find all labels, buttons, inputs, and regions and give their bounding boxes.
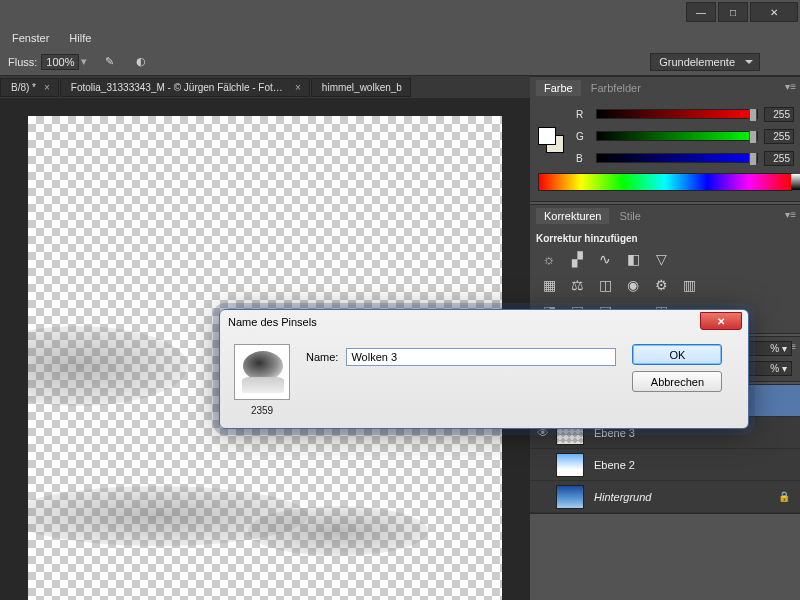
red-slider[interactable] bbox=[596, 109, 758, 119]
panel-menu-icon[interactable]: ▾≡ bbox=[785, 209, 796, 220]
close-icon: ✕ bbox=[717, 316, 725, 327]
menu-bar: Fenster Hilfe bbox=[0, 28, 800, 48]
hue-icon[interactable]: ▦ bbox=[540, 276, 558, 294]
green-slider[interactable] bbox=[596, 131, 758, 141]
maximize-icon: □ bbox=[730, 7, 736, 18]
cloud-shape bbox=[248, 506, 428, 556]
layer-row[interactable]: Hintergrund 🔒 bbox=[530, 481, 800, 513]
close-tab-icon[interactable]: × bbox=[295, 82, 301, 93]
ok-button[interactable]: OK bbox=[632, 344, 722, 365]
name-label: Name: bbox=[306, 351, 338, 363]
channel-b-label: B bbox=[576, 153, 590, 164]
doc-tab-label: himmel_wolken_b bbox=[322, 82, 402, 93]
layer-thumbnail[interactable] bbox=[556, 485, 584, 509]
chevron-down-icon[interactable]: ▾ bbox=[81, 55, 87, 68]
brightness-icon[interactable]: ☼ bbox=[540, 250, 558, 268]
close-icon: ✕ bbox=[770, 7, 778, 18]
panel-menu-icon[interactable]: ▾≡ bbox=[785, 81, 796, 92]
blue-slider[interactable] bbox=[596, 153, 758, 163]
menu-fenster[interactable]: Fenster bbox=[2, 32, 59, 44]
airbrush-icon[interactable]: ✎ bbox=[99, 52, 119, 72]
blue-slider-row: B 255 bbox=[576, 149, 794, 167]
adjustment-add-label: Korrektur hinzufügen bbox=[536, 233, 794, 244]
lock-icon: 🔒 bbox=[778, 491, 790, 502]
green-slider-row: G 255 bbox=[576, 127, 794, 145]
dialog-title: Name des Pinsels bbox=[228, 316, 317, 328]
channel-r-label: R bbox=[576, 109, 590, 120]
brush-size-label: 2359 bbox=[234, 405, 290, 416]
panel-header: Farbe Farbfelder ▾≡ bbox=[530, 77, 800, 99]
red-slider-row: R 255 bbox=[576, 105, 794, 123]
doc-tab-label: Fotolia_31333343_M - © Jürgen Fälchle - … bbox=[71, 82, 287, 93]
bw-icon[interactable]: ◫ bbox=[596, 276, 614, 294]
dialog-titlebar[interactable]: Name des Pinsels bbox=[220, 310, 748, 334]
maximize-button[interactable]: □ bbox=[718, 2, 748, 22]
workspace-label: Grundelemente bbox=[659, 56, 735, 68]
photofilter-icon[interactable]: ◉ bbox=[624, 276, 642, 294]
curves-icon[interactable]: ∿ bbox=[596, 250, 614, 268]
close-window-button[interactable]: ✕ bbox=[750, 2, 798, 22]
tab-stile[interactable]: Stile bbox=[611, 208, 648, 224]
foreground-color-swatch[interactable] bbox=[538, 127, 556, 145]
tablet-pressure-icon[interactable]: ◐ bbox=[131, 52, 151, 72]
slider-thumb[interactable] bbox=[749, 108, 757, 122]
tab-korrekturen[interactable]: Korrekturen bbox=[536, 208, 609, 224]
layer-name[interactable]: Ebene 2 bbox=[594, 459, 635, 471]
layer-row[interactable]: Ebene 2 bbox=[530, 449, 800, 481]
tab-farbe[interactable]: Farbe bbox=[536, 80, 581, 96]
options-bar: Fluss: 100% ▾ ✎ ◐ Grundelemente bbox=[0, 48, 800, 76]
tab-farbfelder[interactable]: Farbfelder bbox=[583, 80, 649, 96]
cloud-shape bbox=[28, 326, 188, 406]
vibrance-icon[interactable]: ▽ bbox=[652, 250, 670, 268]
channelmixer-icon[interactable]: ⚙ bbox=[652, 276, 670, 294]
lookup-icon[interactable]: ▥ bbox=[680, 276, 698, 294]
document-tab[interactable]: Fotolia_31333343_M - © Jürgen Fälchle - … bbox=[60, 78, 310, 97]
brush-preview bbox=[234, 344, 290, 400]
menu-hilfe[interactable]: Hilfe bbox=[59, 32, 101, 44]
fluss-label: Fluss: bbox=[8, 56, 37, 68]
layer-thumbnail[interactable] bbox=[556, 453, 584, 477]
green-value[interactable]: 255 bbox=[764, 129, 794, 144]
channel-g-label: G bbox=[576, 131, 590, 142]
fluss-value[interactable]: 100% bbox=[41, 54, 79, 70]
workspace-selector[interactable]: Grundelemente bbox=[650, 53, 760, 71]
document-tab[interactable]: B/8) *× bbox=[0, 78, 59, 97]
blue-value[interactable]: 255 bbox=[764, 151, 794, 166]
close-tab-icon[interactable]: × bbox=[44, 82, 50, 93]
slider-thumb[interactable] bbox=[749, 130, 757, 144]
color-swatches[interactable] bbox=[538, 127, 556, 145]
pct-label: % bbox=[770, 343, 779, 354]
brush-name-input[interactable] bbox=[346, 348, 616, 366]
brush-name-dialog: Name des Pinsels ✕ 2359 Name: OK Abbrech… bbox=[219, 309, 749, 429]
doc-tab-label: B/8) * bbox=[11, 82, 36, 93]
minimize-icon: — bbox=[696, 7, 706, 18]
slider-thumb[interactable] bbox=[749, 152, 757, 166]
minimize-button[interactable]: — bbox=[686, 2, 716, 22]
document-tab[interactable]: himmel_wolken_b bbox=[311, 78, 411, 97]
color-panel: Farbe Farbfelder ▾≡ R 255 G 255 bbox=[530, 76, 800, 202]
spectrum-ramp[interactable] bbox=[538, 173, 792, 191]
pct-label: % bbox=[770, 363, 779, 374]
window-title-bar: — □ ✕ bbox=[0, 0, 800, 28]
cancel-button[interactable]: Abbrechen bbox=[632, 371, 722, 392]
exposure-icon[interactable]: ◧ bbox=[624, 250, 642, 268]
panel-header: Korrekturen Stile ▾≡ bbox=[530, 205, 800, 227]
balance-icon[interactable]: ⚖ bbox=[568, 276, 586, 294]
layer-name[interactable]: Hintergrund bbox=[594, 491, 651, 503]
levels-icon[interactable]: ▞ bbox=[568, 250, 586, 268]
red-value[interactable]: 255 bbox=[764, 107, 794, 122]
dialog-close-button[interactable]: ✕ bbox=[700, 312, 742, 330]
